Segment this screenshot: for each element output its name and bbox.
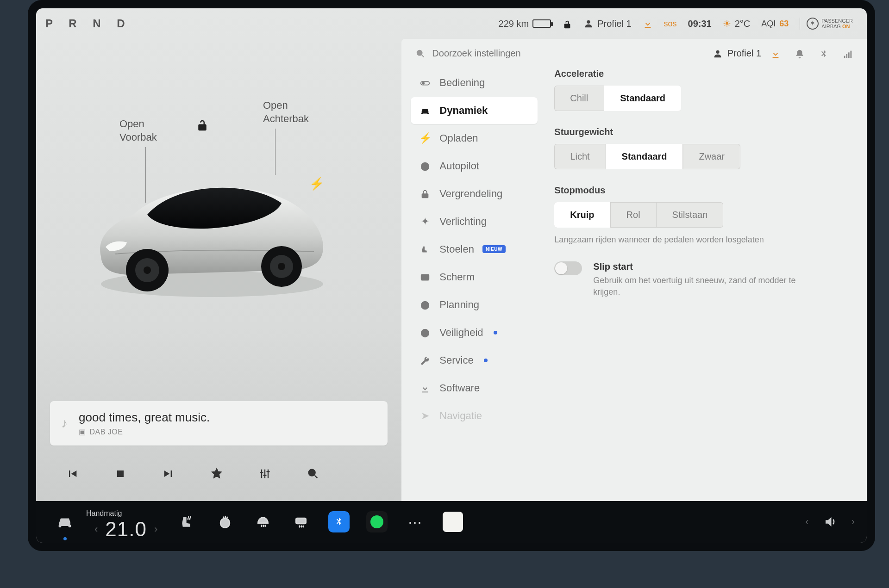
volume-up-button[interactable]: › [851, 516, 855, 528]
defrost-front-button[interactable] [246, 508, 280, 536]
nav-verlichting[interactable]: ✦ Verlichting [411, 208, 538, 235]
gear-indicator: P R N D [45, 17, 131, 30]
nav-label: Bediening [439, 77, 485, 89]
info-icon [419, 327, 431, 339]
accel-option-chill[interactable]: Chill [554, 86, 604, 111]
slipstart-desc: Gebruik om het voertuig uit sneeuw, zand… [593, 275, 806, 298]
nav-veiligheid[interactable]: Veiligheid [411, 319, 538, 346]
open-frunk-button[interactable]: Open Voorbak [119, 118, 157, 144]
stop-option-rol[interactable]: Rol [611, 202, 657, 228]
range-indicator[interactable]: 229 km [499, 19, 551, 29]
steering-heat-button[interactable] [208, 508, 242, 536]
nav-label: Stoelen [439, 243, 474, 255]
download-icon[interactable] [643, 18, 653, 29]
frunk-line2: Voorbak [119, 131, 157, 144]
nav-stoelen[interactable]: Stoelen NIEUW [411, 236, 538, 263]
nav-dynamiek[interactable]: Dynamiek [411, 97, 538, 124]
nav-label: Dynamiek [439, 105, 488, 117]
svg-point-16 [417, 50, 422, 56]
svg-rect-14 [267, 471, 270, 472]
defrost-rear-button[interactable] [284, 508, 318, 536]
open-trunk-button[interactable]: Open Achterbak [263, 99, 309, 125]
nav-software[interactable]: Software [411, 375, 538, 402]
profile-chip-panel[interactable]: Profiel 1 [713, 48, 761, 59]
svg-point-17 [716, 50, 719, 54]
driver-temp[interactable]: 21.0 [105, 518, 147, 541]
lights-icon: ✦ [419, 216, 431, 228]
equalizer-button[interactable] [257, 467, 273, 483]
spotify-app-button[interactable] [360, 508, 394, 536]
stop-option-stilstaan[interactable]: Stilstaan [657, 202, 724, 228]
steer-option-licht[interactable]: Licht [554, 144, 606, 169]
aqi-indicator[interactable]: AQI 63 [761, 19, 789, 29]
active-dot [63, 537, 67, 540]
nav-label: Navigatie [439, 410, 482, 422]
setting-stuurgewicht: Stuurgewicht Licht Standaard Zwaar [554, 127, 848, 169]
nav-navigatie[interactable]: ➤ Navigatie [411, 402, 538, 429]
stop-button[interactable] [112, 467, 129, 483]
user-icon [713, 49, 723, 59]
frunk-line1: Open [119, 118, 157, 131]
stopmodus-segment: Kruip Rol Stilstaan [554, 202, 723, 228]
nav-autopilot[interactable]: Autopilot [411, 153, 538, 179]
slipstart-toggle[interactable] [554, 261, 582, 275]
nav-bediening[interactable]: Bediening [411, 69, 538, 96]
bolt-icon: ⚡ [419, 132, 431, 144]
nav-opladen[interactable]: ⚡ Opladen [411, 125, 538, 152]
svg-point-15 [309, 470, 315, 476]
previous-track-button[interactable] [64, 467, 81, 483]
vehicle-render[interactable] [82, 159, 342, 307]
next-track-button[interactable] [160, 467, 177, 483]
bluetooth-app-button[interactable] [322, 508, 356, 536]
profile-chip-top[interactable]: Profiel 1 [583, 19, 631, 29]
steer-option-standaard[interactable]: Standaard [606, 144, 683, 169]
stop-option-kruip[interactable]: Kruip [554, 202, 610, 228]
cellular-signal-icon[interactable] [843, 48, 853, 59]
vehicle-lock-icon[interactable] [195, 117, 209, 132]
new-badge: NIEUW [482, 245, 506, 253]
weather-indicator[interactable]: ☀ 2°C [723, 18, 751, 29]
seat-heater-button[interactable] [170, 508, 204, 536]
nav-vergrendeling[interactable]: Vergrendeling [411, 180, 538, 207]
temp-down-button[interactable]: ‹ [94, 523, 98, 535]
sos-indicator[interactable]: sos [664, 19, 677, 29]
svg-point-23 [422, 82, 425, 85]
steer-option-zwaar[interactable]: Zwaar [683, 144, 740, 169]
search-input[interactable] [432, 48, 552, 59]
profile-name-panel: Profiel 1 [727, 48, 761, 59]
volume-down-button[interactable]: ‹ [805, 516, 808, 528]
car-controls-button[interactable] [48, 508, 81, 536]
climate-mode-label: Handmatig [86, 509, 166, 518]
svg-point-29 [220, 519, 230, 528]
unlock-icon[interactable] [562, 16, 572, 31]
search-icon [415, 49, 426, 59]
all-apps-button[interactable]: ⋯ [398, 508, 432, 536]
trunk-line1: Open [263, 99, 309, 112]
stuurgewicht-segment: Licht Standaard Zwaar [554, 144, 740, 169]
nav-service[interactable]: Service [411, 347, 538, 374]
accel-option-standaard[interactable]: Standaard [604, 86, 681, 111]
download-icon-panel[interactable] [770, 48, 781, 59]
svg-rect-10 [264, 470, 265, 478]
profile-name-top: Profiel 1 [597, 19, 631, 29]
svg-rect-19 [846, 54, 847, 58]
nav-planning[interactable]: Planning [411, 291, 538, 318]
airbag-badge: ✶ PASSENGER AIRBAG ON [800, 18, 853, 30]
svg-rect-21 [851, 50, 852, 58]
radio-icon: ▣ [79, 427, 86, 436]
media-card[interactable]: ♪ good times, great music. ▣ DAB JOE [50, 401, 388, 446]
settings-search[interactable] [415, 48, 555, 59]
volume-button[interactable] [814, 508, 847, 536]
airbag-line1: PASSENGER [821, 18, 853, 24]
nav-label: Autopilot [439, 160, 479, 172]
bluetooth-icon[interactable] [819, 48, 829, 59]
display-icon [419, 271, 431, 283]
temp-up-button[interactable]: › [154, 523, 157, 535]
clock-icon [419, 299, 431, 311]
search-media-button[interactable] [305, 467, 321, 483]
status-bar: P R N D 229 km Profiel 1 sos 09:31 ☀ 2°C [36, 8, 867, 39]
nav-scherm[interactable]: Scherm [411, 264, 538, 291]
notifications-icon[interactable] [795, 48, 805, 59]
favorite-button[interactable] [208, 467, 225, 483]
app-shortcut-button[interactable] [436, 508, 470, 536]
